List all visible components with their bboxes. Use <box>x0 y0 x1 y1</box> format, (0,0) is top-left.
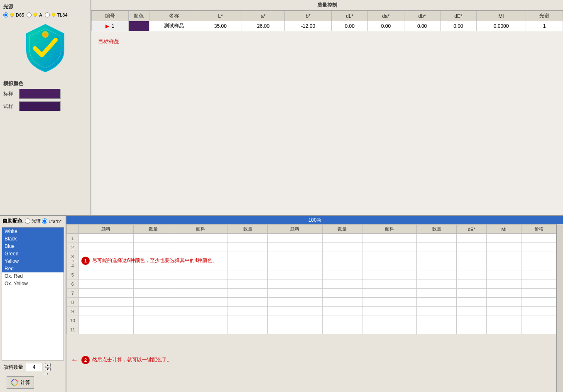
formula-cell[interactable] <box>487 279 521 289</box>
calc-button[interactable]: 计算 <box>7 376 34 389</box>
radio-a[interactable]: A <box>27 12 42 18</box>
formula-cell[interactable] <box>487 298 521 307</box>
formula-cell[interactable] <box>268 270 323 279</box>
formula-cell[interactable] <box>133 252 173 261</box>
formula-cell[interactable] <box>362 307 417 316</box>
formula-cell[interactable] <box>133 298 173 307</box>
formula-cell[interactable] <box>457 252 487 261</box>
formula-cell[interactable] <box>228 279 268 289</box>
formula-cell[interactable] <box>322 325 362 334</box>
formula-cell[interactable] <box>78 261 133 270</box>
formula-cell[interactable] <box>521 279 556 289</box>
formula-row[interactable]: 3 <box>67 252 556 261</box>
formula-cell[interactable] <box>457 325 487 334</box>
formula-cell[interactable] <box>322 316 362 325</box>
formula-cell[interactable] <box>322 261 362 270</box>
formula-cell[interactable] <box>228 261 268 270</box>
formula-cell[interactable] <box>362 270 417 279</box>
formula-cell[interactable] <box>133 261 173 270</box>
formula-cell[interactable] <box>173 307 228 316</box>
formula-cell[interactable] <box>228 289 268 298</box>
formula-cell[interactable] <box>457 243 487 252</box>
formula-cell[interactable] <box>457 279 487 289</box>
formula-cell[interactable] <box>487 234 521 243</box>
formula-row[interactable]: 6 <box>67 279 556 289</box>
formula-cell[interactable] <box>322 279 362 289</box>
formula-cell[interactable] <box>362 316 417 325</box>
formula-cell[interactable] <box>322 307 362 316</box>
formula-cell[interactable] <box>268 316 323 325</box>
formula-cell[interactable] <box>487 270 521 279</box>
formula-cell[interactable] <box>362 252 417 261</box>
pigment-count-input[interactable] <box>26 363 42 371</box>
formula-cell[interactable] <box>173 316 228 325</box>
formula-cell[interactable] <box>268 261 323 270</box>
formula-cell[interactable] <box>173 325 228 334</box>
table-row[interactable]: ▶ 1 测试样品 35.00 26.00 -12.00 0.00 0.00 0.… <box>92 21 563 31</box>
formula-cell[interactable] <box>417 261 457 270</box>
formula-cell[interactable] <box>362 234 417 243</box>
formula-cell[interactable] <box>78 325 133 334</box>
formula-cell[interactable] <box>521 298 556 307</box>
formula-cell[interactable] <box>457 261 487 270</box>
formula-cell[interactable] <box>322 234 362 243</box>
formula-cell[interactable] <box>487 307 521 316</box>
formula-cell[interactable] <box>457 270 487 279</box>
formula-cell[interactable] <box>487 261 521 270</box>
formula-cell[interactable] <box>417 252 457 261</box>
formula-cell[interactable] <box>521 325 556 334</box>
formula-row[interactable]: 8 <box>67 298 556 307</box>
formula-cell[interactable] <box>173 252 228 261</box>
formula-cell[interactable] <box>487 252 521 261</box>
formula-row[interactable]: 9 <box>67 307 556 316</box>
formula-cell[interactable] <box>487 289 521 298</box>
formula-row[interactable]: 2 <box>67 243 556 252</box>
pigment-ox-red[interactable]: Ox. Red <box>2 272 64 280</box>
formula-row[interactable]: 7 <box>67 289 556 298</box>
radio-lab[interactable] <box>42 218 47 224</box>
formula-cell[interactable] <box>228 243 268 252</box>
formula-cell[interactable] <box>417 298 457 307</box>
formula-cell[interactable] <box>78 307 133 316</box>
formula-cell[interactable] <box>417 289 457 298</box>
formula-row[interactable]: 11 <box>67 325 556 334</box>
formula-cell[interactable] <box>362 298 417 307</box>
formula-cell[interactable] <box>228 316 268 325</box>
formula-cell[interactable] <box>521 252 556 261</box>
formula-cell[interactable] <box>362 279 417 289</box>
pigment-yellow[interactable]: Yellow <box>2 257 64 265</box>
formula-cell[interactable] <box>417 279 457 289</box>
formula-cell[interactable] <box>417 325 457 334</box>
formula-cell[interactable] <box>487 325 521 334</box>
pigment-blue[interactable]: Blue <box>2 243 64 250</box>
formula-cell[interactable] <box>228 298 268 307</box>
formula-cell[interactable] <box>487 316 521 325</box>
formula-cell[interactable] <box>173 298 228 307</box>
formula-cell[interactable] <box>521 261 556 270</box>
radio-d65-input[interactable] <box>3 12 8 17</box>
formula-cell[interactable] <box>173 279 228 289</box>
formula-cell[interactable] <box>322 243 362 252</box>
formula-cell[interactable] <box>417 234 457 243</box>
formula-cell[interactable] <box>78 243 133 252</box>
radio-d65[interactable]: D65 <box>3 12 24 18</box>
formula-cell[interactable] <box>173 243 228 252</box>
formula-cell[interactable] <box>362 325 417 334</box>
formula-cell[interactable] <box>362 289 417 298</box>
formula-cell[interactable] <box>417 243 457 252</box>
count-down-button[interactable]: ▼ <box>45 367 51 371</box>
formula-cell[interactable] <box>268 252 323 261</box>
pigment-ox-yellow[interactable]: Ox. Yellow <box>2 280 64 287</box>
formula-row[interactable]: 5 <box>67 270 556 279</box>
formula-cell[interactable] <box>133 289 173 298</box>
pigment-red[interactable]: Red <box>2 265 64 272</box>
radio-tl84-input[interactable] <box>45 12 50 17</box>
formula-cell[interactable] <box>133 307 173 316</box>
radio-tl84[interactable]: TL84 <box>45 12 68 18</box>
formula-cell[interactable] <box>228 307 268 316</box>
formula-cell[interactable] <box>228 325 268 334</box>
formula-cell[interactable] <box>417 307 457 316</box>
formula-cell[interactable] <box>417 316 457 325</box>
formula-cell[interactable] <box>133 279 173 289</box>
formula-cell[interactable] <box>78 270 133 279</box>
